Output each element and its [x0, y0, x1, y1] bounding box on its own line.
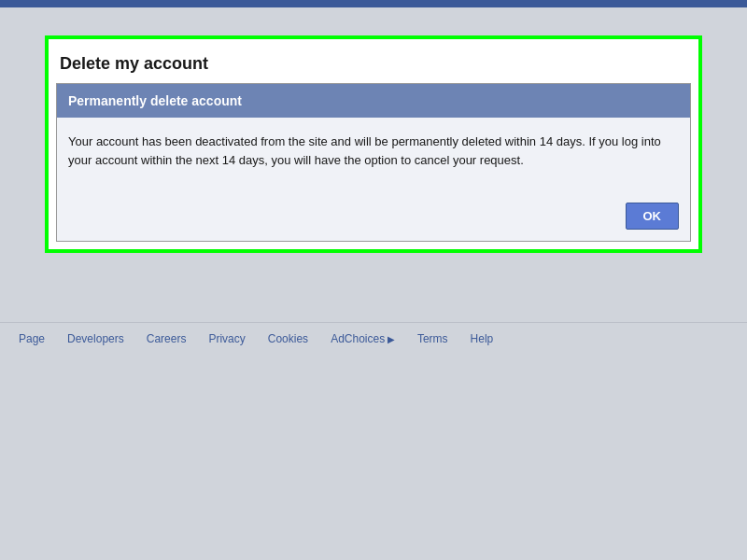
footer-link-careers[interactable]: Careers [147, 332, 187, 345]
footer-nav: Page Developers Careers Privacy Cookies … [0, 322, 747, 355]
main-area: Delete my account Permanently delete acc… [0, 7, 747, 560]
footer-link-developers[interactable]: Developers [67, 332, 124, 345]
dialog-title: Delete my account [56, 47, 691, 83]
dialog-body-text: Your account has been deactivated from t… [68, 133, 679, 169]
footer-link-page[interactable]: Page [19, 332, 45, 345]
dialog-inner-footer: OK [57, 195, 690, 241]
dialog-inner-body: Your account has been deactivated from t… [57, 118, 690, 195]
ok-button[interactable]: OK [626, 203, 680, 230]
dialog-inner-header: Permanently delete account [57, 84, 690, 118]
top-bar [0, 0, 747, 7]
footer-link-privacy[interactable]: Privacy [208, 332, 245, 345]
footer-link-adchoices[interactable]: AdChoices ▶ [331, 332, 395, 345]
dialog-inner: Permanently delete account Your account … [56, 83, 691, 242]
footer-link-cookies[interactable]: Cookies [268, 332, 308, 345]
dialog-outer: Delete my account Permanently delete acc… [45, 35, 702, 253]
footer-link-help[interactable]: Help [471, 332, 494, 345]
footer-link-terms[interactable]: Terms [417, 332, 448, 345]
adchoices-icon: ▶ [385, 334, 395, 344]
